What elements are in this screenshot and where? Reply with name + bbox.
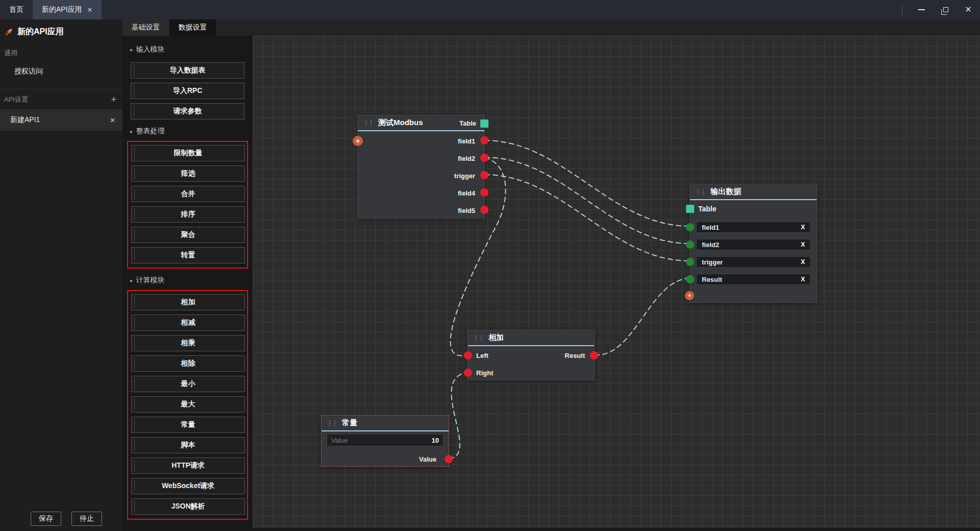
module-button[interactable]: 脚本 — [131, 437, 245, 453]
sidebar-item-auth[interactable]: 授权访问 — [0, 62, 122, 81]
output-field-label: Result — [702, 276, 722, 283]
node-modbus-add-icon[interactable]: + — [353, 136, 363, 146]
node-const-header[interactable]: ⋮⋮ 常量 — [322, 416, 449, 431]
port-modbus-field4[interactable] — [480, 188, 488, 197]
module-button[interactable]: JSON解析 — [131, 498, 245, 515]
table-port-square[interactable] — [480, 119, 488, 128]
port-add-result[interactable] — [590, 351, 598, 359]
wire-测试Modbus.field1-to-输出数据.field1[interactable] — [485, 140, 690, 226]
module-button[interactable]: 常量 — [131, 417, 245, 433]
drag-handle-icon[interactable]: ⋮⋮ — [473, 334, 483, 342]
tab-data-settings[interactable]: 数据设置 — [169, 19, 216, 36]
group-header-1[interactable]: ▸整表处理 — [130, 127, 248, 136]
port-output-field1[interactable] — [686, 223, 694, 231]
remove-field-icon[interactable]: X — [801, 224, 805, 231]
node-modbus[interactable]: ⋮⋮ 测试Modbus Table + field1field2triggerf… — [357, 115, 485, 219]
output-field-row[interactable]: field1X — [696, 222, 811, 233]
module-button[interactable]: WebSocket请求 — [131, 478, 245, 494]
node-modbus-output-label: trigger — [454, 172, 475, 180]
wire-测试Modbus.field2-to-输出数据.field2[interactable] — [485, 157, 690, 244]
const-input-value: 10 — [432, 437, 439, 444]
tab-api-app[interactable]: 新的API应用 ✕ — [33, 0, 102, 19]
minimize-button[interactable] — [910, 0, 933, 19]
node-add-header[interactable]: ⋮⋮ 相加 — [468, 330, 594, 346]
node-output[interactable]: ⋮⋮ 输出数据 Table + field1Xfield2XtriggerXRe… — [690, 184, 817, 303]
sidebar: 新的API应用 通用 授权访问 API设置 + 新建API1 ✕ 保存 停止 — [0, 19, 122, 531]
tab-close-icon[interactable]: ✕ — [87, 6, 93, 14]
output-field-label: field1 — [702, 224, 719, 231]
collapse-arrow-icon: ▸ — [130, 46, 133, 53]
module-button[interactable]: 相除 — [131, 355, 245, 372]
output-field-row[interactable]: ResultX — [696, 274, 811, 285]
table-port-square[interactable] — [686, 205, 694, 213]
rocket-icon — [4, 28, 13, 37]
close-button[interactable]: ✕ — [957, 0, 980, 19]
output-field-row[interactable]: triggerX — [696, 256, 811, 268]
port-modbus-field1[interactable] — [480, 136, 488, 144]
drag-handle-icon[interactable]: ⋮⋮ — [363, 119, 373, 127]
group-header-0[interactable]: ▸输入模块 — [130, 45, 248, 54]
module-button[interactable]: 相乘 — [131, 335, 245, 351]
wire-常量.Value-to-相加.Right[interactable] — [449, 372, 468, 458]
module-button[interactable]: 导入RPC — [131, 83, 244, 99]
tab-home[interactable]: 首页 — [0, 0, 33, 19]
tab-basic-settings[interactable]: 基础设置 — [122, 19, 169, 36]
drag-handle-icon[interactable]: ⋮⋮ — [695, 188, 705, 196]
const-value-input[interactable]: Value 10 — [327, 434, 444, 446]
node-canvas[interactable]: ⋮⋮ 测试Modbus Table + field1field2triggerf… — [253, 36, 980, 531]
module-button[interactable]: HTTP请求 — [131, 457, 245, 474]
node-modbus-output-label: field1 — [458, 137, 475, 145]
module-button[interactable]: 转置 — [131, 247, 245, 263]
port-modbus-field2[interactable] — [480, 154, 488, 162]
node-add[interactable]: ⋮⋮ 相加 Left Right Result — [468, 330, 595, 380]
node-modbus-header[interactable]: ⋮⋮ 测试Modbus Table — [358, 115, 484, 131]
output-field-label: field2 — [702, 241, 719, 249]
group-header-label: 整表处理 — [136, 127, 165, 135]
port-output-Result[interactable] — [686, 275, 694, 283]
module-button[interactable]: 排序 — [131, 206, 245, 223]
module-button[interactable]: 相加 — [131, 294, 245, 310]
port-add-right[interactable] — [464, 369, 472, 377]
add-api-icon[interactable]: + — [111, 96, 116, 103]
section-row-api-settings: API设置 + — [0, 88, 122, 109]
node-add-title: 相加 — [488, 333, 504, 343]
sidebar-footer: 保存 停止 — [0, 512, 122, 526]
wire-相加.Result-to-输出数据.Result[interactable] — [595, 278, 690, 355]
module-button[interactable]: 筛选 — [131, 165, 245, 182]
sidebar-item-api1[interactable]: 新建API1 ✕ — [0, 109, 122, 131]
port-modbus-trigger[interactable] — [480, 171, 488, 179]
node-output-header[interactable]: ⋮⋮ 输出数据 — [690, 184, 817, 200]
module-button[interactable]: 合并 — [131, 186, 245, 202]
module-button[interactable]: 最大 — [131, 396, 245, 413]
remove-field-icon[interactable]: X — [801, 241, 805, 248]
port-const-value[interactable] — [445, 455, 453, 463]
node-modbus-output-label: field2 — [458, 155, 475, 162]
output-field-row[interactable]: field2X — [696, 239, 811, 250]
module-button[interactable]: 聚合 — [131, 227, 245, 243]
stop-button[interactable]: 停止 — [71, 512, 102, 526]
app-title-row: 新的API应用 — [0, 19, 122, 43]
drag-handle-icon[interactable]: ⋮⋮ — [327, 420, 337, 427]
remove-api-icon[interactable]: ✕ — [110, 116, 115, 124]
module-button[interactable]: 导入数据表 — [131, 62, 244, 79]
module-button[interactable]: 相减 — [131, 315, 245, 331]
module-button[interactable]: 最小 — [131, 376, 245, 392]
port-add-left[interactable] — [464, 351, 472, 359]
node-const-title: 常量 — [342, 418, 357, 428]
node-output-add-icon[interactable]: + — [685, 291, 694, 300]
save-button[interactable]: 保存 — [31, 512, 61, 526]
node-const[interactable]: ⋮⋮ 常量 Value 10 Value — [321, 415, 449, 467]
module-button[interactable]: 请求参数 — [131, 103, 244, 119]
wire-测试Modbus.trigger-to-输出数据.trigger[interactable] — [485, 175, 690, 261]
remove-field-icon[interactable]: X — [801, 276, 805, 283]
port-output-field2[interactable] — [686, 240, 694, 249]
module-button[interactable]: 限制数量 — [131, 145, 245, 161]
remove-field-icon[interactable]: X — [801, 258, 805, 266]
group-header-2[interactable]: ▸计算模块 — [130, 276, 248, 285]
maximize-button[interactable] — [933, 0, 957, 19]
node-modbus-table-label: Table — [459, 119, 476, 127]
node-modbus-output-label: field4 — [458, 189, 475, 197]
node-modbus-output-label: field5 — [458, 207, 475, 214]
port-output-trigger[interactable] — [686, 258, 694, 266]
port-modbus-field5[interactable] — [480, 206, 488, 214]
